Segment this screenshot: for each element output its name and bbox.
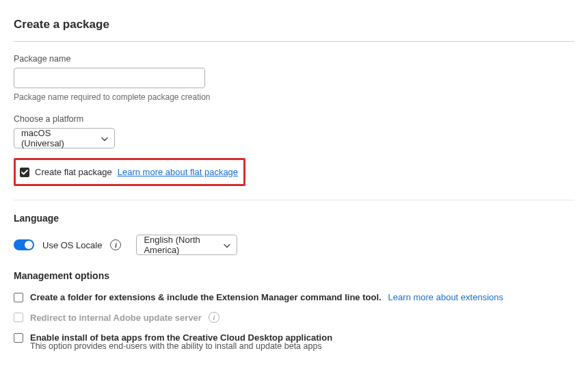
flat-package-label: Create flat package bbox=[35, 167, 112, 177]
redirect-update-server-checkbox bbox=[14, 313, 23, 322]
language-select[interactable]: English (North America) bbox=[136, 235, 237, 255]
package-name-input[interactable] bbox=[14, 68, 205, 88]
info-icon: i bbox=[209, 312, 219, 323]
package-name-helper: Package name required to complete packag… bbox=[14, 92, 574, 102]
package-name-label: Package name bbox=[14, 54, 574, 64]
language-selected-value: English (North America) bbox=[144, 235, 216, 255]
extensions-folder-checkbox[interactable] bbox=[14, 293, 23, 302]
platform-select[interactable]: macOS (Universal) bbox=[14, 128, 115, 148]
flat-package-checkbox[interactable] bbox=[20, 168, 29, 177]
extensions-learn-more-link[interactable]: Learn more about extensions bbox=[388, 292, 503, 302]
enable-beta-apps-checkbox[interactable] bbox=[14, 333, 23, 343]
flat-package-highlight: Create flat package Learn more about fla… bbox=[14, 158, 245, 186]
management-options-heading: Management options bbox=[14, 270, 574, 281]
page-title: Create a package bbox=[14, 18, 574, 31]
platform-label: Choose a platform bbox=[14, 114, 574, 124]
divider bbox=[14, 41, 574, 42]
info-icon[interactable]: i bbox=[110, 239, 121, 250]
language-heading: Language bbox=[14, 213, 574, 224]
redirect-update-server-label: Redirect to internal Adobe update server bbox=[30, 313, 202, 323]
platform-selected-value: macOS (Universal) bbox=[21, 128, 94, 148]
enable-beta-apps-helper: This option provides end-users with the … bbox=[30, 341, 574, 351]
flat-package-learn-more-link[interactable]: Learn more about flat package bbox=[118, 167, 238, 177]
extensions-folder-label: Create a folder for extensions & include… bbox=[30, 292, 382, 302]
use-os-locale-toggle[interactable] bbox=[14, 239, 34, 250]
use-os-locale-label: Use OS Locale bbox=[42, 240, 102, 250]
divider bbox=[14, 200, 574, 200]
